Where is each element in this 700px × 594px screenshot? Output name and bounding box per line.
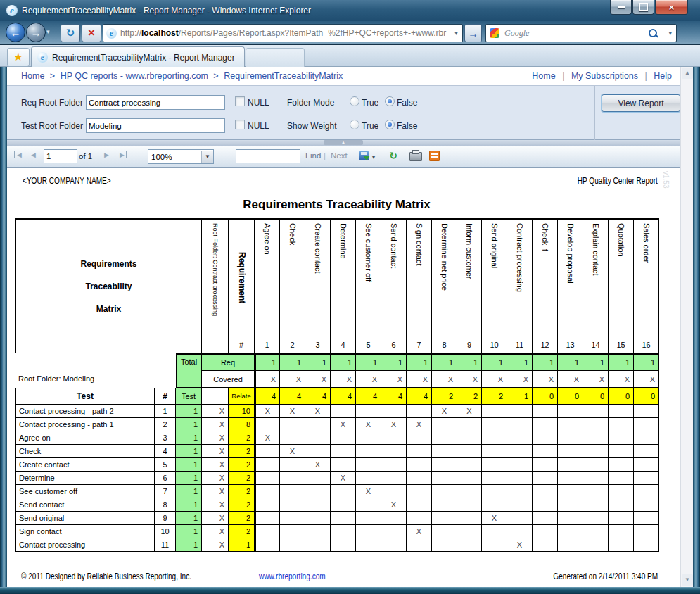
link-home[interactable]: Home [532, 71, 555, 81]
matrix-mark-cell [558, 405, 583, 418]
print-icon[interactable] [409, 152, 422, 161]
null-checkbox-1[interactable] [235, 96, 245, 106]
req-root-folder-text: Root Folder: Contract processing [212, 223, 219, 316]
matrix-mark-cell [432, 485, 457, 498]
scroll-up-icon[interactable]: ▲ [682, 68, 693, 79]
relate-total-cell: 0 [583, 388, 609, 405]
req-column-header: Check [280, 218, 305, 336]
matrix-mark-cell [457, 418, 482, 431]
stop-button[interactable]: × [82, 24, 101, 42]
matrix-mark-cell [280, 512, 305, 525]
test-row-number: 6 [155, 472, 176, 485]
last-page-bar-icon [126, 151, 127, 158]
req-column-header-text: Explain contact [591, 223, 599, 276]
req-root-folder-input[interactable] [86, 95, 225, 110]
active-tab[interactable]: e RequirementTraceabilityMatrix - Report… [31, 46, 245, 68]
link-help[interactable]: Help [654, 71, 672, 81]
matrix-mark-cell [558, 445, 583, 458]
scroll-down-icon[interactable]: ▼ [682, 574, 693, 586]
first-page-button[interactable]: ◄ [14, 151, 23, 159]
show-weight-false-radio[interactable] [385, 120, 395, 129]
req-column-header: Quotation [609, 218, 634, 336]
relate-total-cell: 2 [432, 388, 457, 405]
breadcrumb-folder[interactable]: HP QC reports - www.rbreporting.com [61, 71, 208, 81]
back-button[interactable]: ← [6, 23, 25, 42]
refresh-report-icon[interactable]: ↻ [387, 149, 400, 162]
matrix-mark-cell [507, 512, 533, 525]
last-page-button[interactable]: ► [118, 151, 127, 159]
find-button[interactable]: Find [305, 151, 321, 160]
matrix-mark-cell [381, 458, 407, 472]
minimize-button[interactable] [610, 0, 632, 15]
req-column-header-text: Create contact [313, 223, 322, 274]
req-label-cell: Req [202, 353, 255, 371]
matrix-mark-cell [634, 512, 659, 525]
folder-mode-true-radio[interactable] [350, 96, 359, 106]
zoom-select[interactable]: 100% ▼ [148, 149, 214, 164]
matrix-mark-cell: X [482, 512, 507, 525]
url-text[interactable]: http://localhost/Reports/Pages/Report.as… [120, 28, 450, 38]
matrix-mark-cell [356, 405, 381, 418]
req-total-cell: 1 [255, 353, 280, 371]
req-total-cell: 1 [457, 353, 482, 371]
matrix-mark-cell [280, 498, 305, 512]
view-report-button[interactable]: View Report [602, 94, 680, 112]
matrix-mark-cell [331, 498, 356, 512]
matrix-mark-cell: X [407, 525, 432, 538]
breadcrumb-report[interactable]: RequirementTraceabilityMatrix [224, 71, 343, 81]
next-page-button[interactable]: ► [103, 151, 110, 159]
vertical-scrollbar[interactable]: ▲ ▼ [680, 67, 693, 587]
matrix-mark-cell [280, 525, 305, 538]
favorites-star-icon[interactable]: ★ [7, 48, 30, 67]
export-dropdown-icon[interactable]: ▾ [372, 154, 375, 160]
splitter-handle-icon[interactable]: ▲ [324, 140, 363, 145]
matrix-mark-cell [280, 472, 305, 485]
relate-label-cell: Relate [229, 388, 255, 405]
new-tab-stub[interactable] [246, 48, 305, 68]
test-covered-cell: X [202, 512, 229, 525]
forward-button[interactable]: → [26, 23, 46, 42]
maximize-button[interactable] [632, 0, 654, 15]
splitter-bar[interactable]: ▲ [7, 140, 680, 146]
search-placeholder[interactable]: Google [504, 28, 649, 39]
test-row-number: 11 [155, 538, 176, 552]
test-covered-cell: X [202, 472, 229, 485]
matrix-mark-cell [583, 418, 609, 431]
test-total-cell: 1 [176, 431, 202, 445]
url-field[interactable]: e http://localhost/Reports/Pages/Report.… [103, 24, 463, 42]
test-root-folder-input[interactable] [86, 118, 225, 133]
export-icon[interactable] [359, 151, 369, 160]
previous-page-button[interactable]: ◄ [30, 151, 37, 159]
matrix-mark-cell [305, 525, 331, 538]
matrix-mark-cell [255, 458, 280, 472]
folder-mode-false-radio[interactable] [385, 96, 395, 106]
test-row-number: 3 [155, 431, 176, 445]
go-button[interactable]: → [464, 24, 482, 42]
req-col-number: 7 [407, 336, 432, 353]
matrix-mark-cell [432, 538, 457, 552]
refresh-button[interactable]: ↻ [61, 24, 80, 42]
find-input[interactable] [236, 149, 300, 163]
matrix-corner-line: Matrix [96, 304, 121, 314]
show-weight-true-radio[interactable] [350, 120, 359, 129]
matrix-mark-cell: X [381, 418, 407, 431]
matrix-mark-cell [533, 485, 558, 498]
close-button[interactable]: × [655, 0, 688, 15]
search-box[interactable]: Google ▾ [485, 24, 677, 42]
null-checkbox-2[interactable] [235, 120, 245, 129]
page-number-input[interactable] [44, 149, 77, 163]
breadcrumb-home[interactable]: Home [21, 71, 44, 81]
zoom-dropdown-icon[interactable]: ▼ [201, 151, 213, 163]
matrix-mark-cell: X [457, 405, 482, 418]
history-dropdown-icon[interactable]: ▾ [46, 28, 50, 35]
link-my-subscriptions[interactable]: My Subscriptions [571, 71, 638, 81]
next-button[interactable]: Next [331, 151, 348, 160]
url-dropdown-icon[interactable]: ▾ [450, 25, 462, 41]
search-dropdown-icon[interactable]: ▾ [668, 30, 672, 37]
footer-link[interactable]: www.rbreporting.com [259, 571, 338, 581]
data-feed-icon[interactable] [429, 151, 440, 161]
search-icon[interactable] [649, 29, 657, 37]
top-right-links: Home | My Subscriptions | Help [532, 71, 672, 81]
test-relate-cell: 2 [229, 512, 255, 525]
test-covered-cell: X [202, 485, 229, 498]
